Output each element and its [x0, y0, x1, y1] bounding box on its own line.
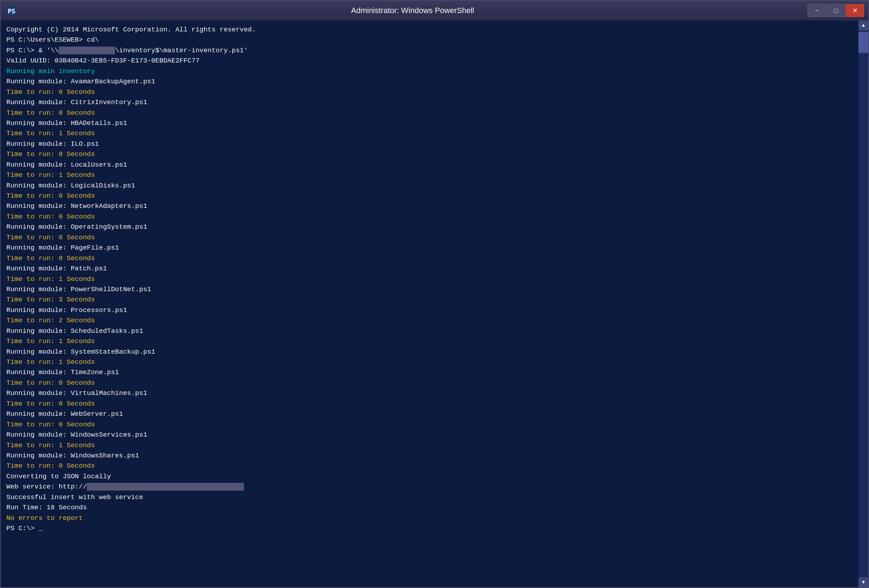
window-title: Administrator: Windows PowerShell	[18, 6, 808, 15]
terminal-line: Time to run: 0 Seconds	[6, 420, 850, 430]
scrollbar[interactable]: ▲ ▼	[859, 21, 868, 587]
terminal-line: Time to run: 0 Seconds	[6, 399, 850, 409]
terminal-line: Running module: Processors.ps1	[6, 305, 850, 315]
window-controls: − □ ✕	[808, 4, 864, 17]
terminal-line: Time to run: 0 Seconds	[6, 378, 850, 388]
terminal-line: Time to run: 0 Seconds	[6, 233, 850, 243]
terminal-line: Running module: ScheduledTasks.ps1	[6, 326, 850, 336]
terminal-line: Running module: Patch.ps1	[6, 264, 850, 274]
terminal-body[interactable]: Copyright (C) 2014 Microsoft Corporation…	[1, 21, 868, 587]
terminal-line: Running module: SystemStateBackup.ps1	[6, 347, 850, 357]
terminal-line: Time to run: 0 Seconds	[6, 191, 850, 201]
terminal-line: Time to run: 1 Seconds	[6, 274, 850, 284]
terminal-line: Time to run: 1 Seconds	[6, 129, 850, 139]
terminal-line: PS C:\Users\ESEWEB> cd\	[6, 35, 850, 45]
terminal-line: Time to run: 0 Seconds	[6, 253, 850, 264]
terminal-line: Copyright (C) 2014 Microsoft Corporation…	[6, 25, 850, 35]
scroll-down-arrow[interactable]: ▼	[859, 578, 868, 587]
terminal-line: Time to run: 0 Seconds	[6, 108, 850, 118]
terminal-content: Copyright (C) 2014 Microsoft Corporation…	[6, 25, 863, 534]
terminal-line: Converting to JSON locally	[6, 471, 850, 482]
terminal-line: Successful insert with web service	[6, 492, 850, 503]
terminal-line: Running module: WebServer.ps1	[6, 409, 850, 419]
terminal-line: Running main inventory	[6, 67, 850, 77]
terminal-line: Running module: LogicalDisks.ps1	[6, 181, 850, 191]
powershell-icon: PS	[5, 4, 18, 17]
terminal-line: Running module: PageFile.ps1	[6, 243, 850, 253]
terminal-line: Time to run: 0 Seconds	[6, 149, 850, 160]
terminal-line: Running module: OperatingSystem.ps1	[6, 222, 850, 232]
terminal-line: PS C:\> & '\\██████████████\inventory$\m…	[6, 46, 850, 56]
svg-text:PS: PS	[8, 7, 16, 15]
terminal-line: Time to run: 0 Seconds	[6, 461, 850, 471]
title-bar: PS Administrator: Windows PowerShell − □…	[1, 1, 868, 21]
terminal-line: Running module: VirtualMachines.ps1	[6, 388, 850, 398]
terminal-line: Running module: CitrixInventory.ps1	[6, 98, 850, 108]
terminal-line: Running module: PowerShellDotNet.ps1	[6, 284, 850, 295]
terminal-line: Time to run: 3 Seconds	[6, 295, 850, 305]
terminal-line: Time to run: 1 Seconds	[6, 336, 850, 347]
terminal-line: Web service: http://████████████████████…	[6, 482, 850, 492]
terminal-line: Running module: NetworkAdapters.ps1	[6, 201, 850, 212]
scroll-thumb[interactable]	[859, 32, 868, 53]
terminal-line: PS C:\> _	[6, 523, 850, 534]
close-button[interactable]: ✕	[846, 4, 864, 17]
terminal-line: Time to run: 0 Seconds	[6, 87, 850, 98]
maximize-button[interactable]: □	[827, 4, 845, 17]
terminal-line: Running module: ILO.ps1	[6, 139, 850, 149]
terminal-line: Time to run: 1 Seconds	[6, 170, 850, 180]
terminal-line: Valid UUID: 03B40B42-3EB5-FD3F-E173-0EBD…	[6, 56, 850, 66]
scroll-track[interactable]	[859, 30, 868, 578]
terminal-line: Time to run: 1 Seconds	[6, 440, 850, 451]
terminal-line: Running module: LocalUsers.ps1	[6, 160, 850, 170]
minimize-button[interactable]: −	[808, 4, 826, 17]
terminal-line: Time to run: 0 Seconds	[6, 212, 850, 222]
scroll-up-arrow[interactable]: ▲	[859, 21, 868, 30]
terminal-line: Time to run: 1 Seconds	[6, 357, 850, 367]
terminal-line: Running module: WindowsShares.ps1	[6, 451, 850, 461]
terminal-line: Running module: AvamarBackupAgent.ps1	[6, 77, 850, 87]
terminal-line: Running module: WindowsServices.ps1	[6, 430, 850, 440]
terminal-line: Running module: TimeZone.ps1	[6, 367, 850, 378]
terminal-line: Run Time: 18 Seconds	[6, 503, 850, 513]
terminal-line: No errors to report	[6, 513, 850, 523]
powershell-window: PS Administrator: Windows PowerShell − □…	[0, 0, 869, 588]
terminal-line: Running module: HBADetails.ps1	[6, 118, 850, 129]
terminal-line: Time to run: 2 Seconds	[6, 315, 850, 326]
